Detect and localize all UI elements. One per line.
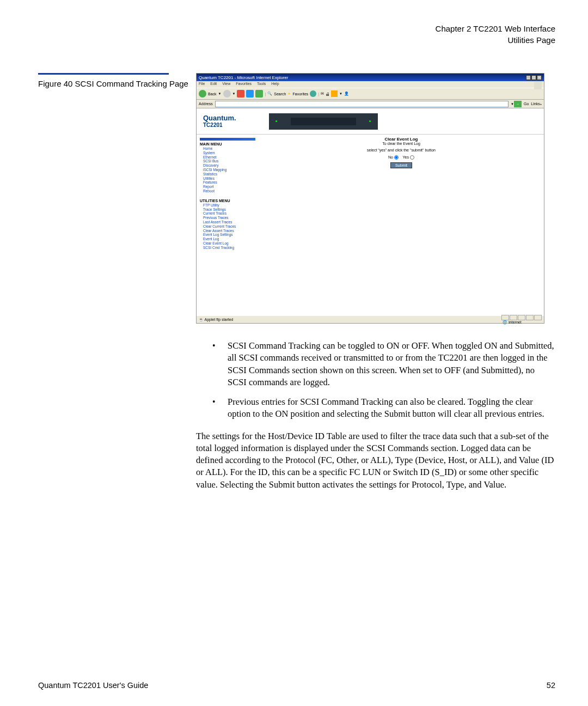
- maximize-icon[interactable]: □: [531, 75, 536, 80]
- sidebar-item-scsicmdtracking[interactable]: SCSI Cmd Tracking: [200, 246, 255, 250]
- content-subtext2: select "yes" and click the "submit" butt…: [265, 148, 537, 153]
- sidebar-item-clearassert[interactable]: Clear Assert Traces: [200, 229, 255, 233]
- main-menu-heading: MAIN MENU: [200, 142, 255, 146]
- sidebar-item-tracesettings[interactable]: Trace Settings: [200, 208, 255, 212]
- content-main: Clear Event Log To clear the Event Log s…: [259, 135, 544, 318]
- figure-caption: Figure 40 SCSI Command Tracking Page: [38, 78, 191, 89]
- sidebar: MAIN MENU Home System Ethernet SCSI Bus …: [197, 135, 259, 318]
- menu-edit[interactable]: Edit: [210, 82, 217, 86]
- home-icon[interactable]: [255, 90, 263, 98]
- sidebar-item-features[interactable]: Features: [200, 180, 255, 185]
- chapter-title: Chapter 2 TC2201 Web Interface: [38, 23, 555, 34]
- browser-statusbar: ☕ Applet ftp started 🌐 Internet: [197, 315, 544, 323]
- sidebar-item-system[interactable]: System: [200, 151, 255, 155]
- window-title: Quantum TC2201 - Microsoft Internet Expl…: [199, 75, 288, 80]
- zone-label: Internet: [509, 320, 522, 324]
- content-subtext1: To clear the Event Log: [265, 142, 537, 146]
- address-input[interactable]: [215, 101, 509, 107]
- favorites-icon[interactable]: ★: [287, 92, 291, 96]
- menu-view[interactable]: View: [222, 82, 230, 86]
- favorites-label: Favorites: [292, 92, 308, 96]
- sidebar-item-currenttraces[interactable]: Current Traces: [200, 211, 255, 216]
- yes-radio[interactable]: [410, 155, 414, 160]
- utilities-menu-heading: UTILITIES MENU: [200, 199, 255, 203]
- close-icon[interactable]: ×: [537, 75, 542, 80]
- refresh-icon[interactable]: [246, 90, 254, 98]
- submit-button[interactable]: Submit: [390, 162, 412, 168]
- back-label: Back: [208, 92, 217, 96]
- sidebar-item-ethernet[interactable]: Ethernet: [200, 155, 255, 160]
- media-icon[interactable]: [310, 90, 316, 97]
- sidebar-item-reboot[interactable]: Reboot: [200, 189, 255, 193]
- menu-file[interactable]: File: [199, 82, 205, 86]
- no-label: No: [388, 155, 393, 159]
- sidebar-item-home[interactable]: Home: [200, 147, 255, 151]
- bullet-2: Previous entries for SCSI Command Tracki…: [212, 396, 555, 421]
- sidebar-item-eventlog[interactable]: Event Log: [200, 237, 255, 241]
- sidebar-item-cleareventlog[interactable]: Clear Event Log: [200, 241, 255, 246]
- minimize-icon[interactable]: _: [526, 75, 531, 80]
- bullet-1: SCSI Command Tracking can be toggled to …: [212, 340, 555, 388]
- page-header: Quantum. TC2201: [197, 108, 544, 135]
- sidebar-item-previoustraces[interactable]: Previous Traces: [200, 216, 255, 220]
- quantum-logo: Quantum. TC2201: [203, 114, 236, 128]
- sidebar-item-eventlogsettings[interactable]: Event Log Settings: [200, 233, 255, 237]
- browser-menubar: File Edit View Favorites Tools Help: [197, 81, 544, 88]
- device-graphic: [269, 113, 378, 130]
- ie-flag-icon: [534, 82, 542, 89]
- forward-icon[interactable]: [223, 90, 231, 98]
- page-section: Utilities Page: [38, 34, 555, 46]
- footer-left: Quantum TC2201 User's Guide: [38, 681, 148, 690]
- menu-help[interactable]: Help: [271, 82, 279, 86]
- footer-page-number: 52: [547, 681, 555, 690]
- browser-window: Quantum TC2201 - Microsoft Internet Expl…: [196, 73, 544, 324]
- sidebar-item-ftp[interactable]: FTP Utility: [200, 203, 255, 208]
- sidebar-item-report[interactable]: Report: [200, 185, 255, 189]
- stop-icon[interactable]: [237, 90, 244, 98]
- browser-addressbar: Address ▼ → Go Links »: [197, 100, 544, 108]
- sidebar-item-lastassert[interactable]: Last Assert Traces: [200, 220, 255, 224]
- browser-toolbar: Back ▼ ▼ | 🔍 Search ★ Favorites | ✉ 🖨 ▼ …: [197, 88, 544, 100]
- search-icon[interactable]: 🔍: [267, 92, 272, 96]
- no-radio[interactable]: [394, 155, 399, 160]
- menu-favorites[interactable]: Favorites: [236, 82, 252, 86]
- sidebar-item-iscsimapping[interactable]: iSCSI Mapping: [200, 168, 255, 172]
- sidebar-item-statistics[interactable]: Statistics: [200, 172, 255, 176]
- sidebar-item-clearcurrent[interactable]: Clear Current Traces: [200, 224, 255, 229]
- yes-label: Yes: [403, 155, 409, 159]
- links-label[interactable]: Links: [531, 102, 540, 106]
- messenger-icon[interactable]: 👤: [344, 92, 349, 96]
- body-paragraph: The settings for the Host/Device ID Tabl…: [196, 430, 555, 491]
- go-label: Go: [524, 102, 529, 106]
- globe-icon: 🌐: [503, 320, 507, 324]
- search-label: Search: [274, 92, 286, 96]
- mail-icon[interactable]: ✉: [321, 92, 324, 96]
- edit-icon[interactable]: [331, 90, 338, 97]
- menu-tools[interactable]: Tools: [257, 82, 266, 86]
- address-label: Address: [199, 102, 213, 106]
- sidebar-item-scsibus[interactable]: SCSI Bus: [200, 159, 255, 163]
- content-heading: Clear Event Log: [265, 137, 537, 142]
- status-text: ☕ Applet ftp started: [199, 318, 233, 322]
- print-icon[interactable]: 🖨: [326, 92, 329, 96]
- go-button[interactable]: →: [514, 101, 522, 107]
- sidebar-item-utilities[interactable]: Utilities: [200, 176, 255, 181]
- browser-titlebar: Quantum TC2201 - Microsoft Internet Expl…: [197, 74, 544, 81]
- back-icon[interactable]: [199, 90, 206, 98]
- sidebar-item-discovery[interactable]: Discovery: [200, 163, 255, 168]
- body-text: SCSI Command Tracking can be toggled to …: [196, 340, 555, 491]
- figure-bar: [38, 73, 169, 75]
